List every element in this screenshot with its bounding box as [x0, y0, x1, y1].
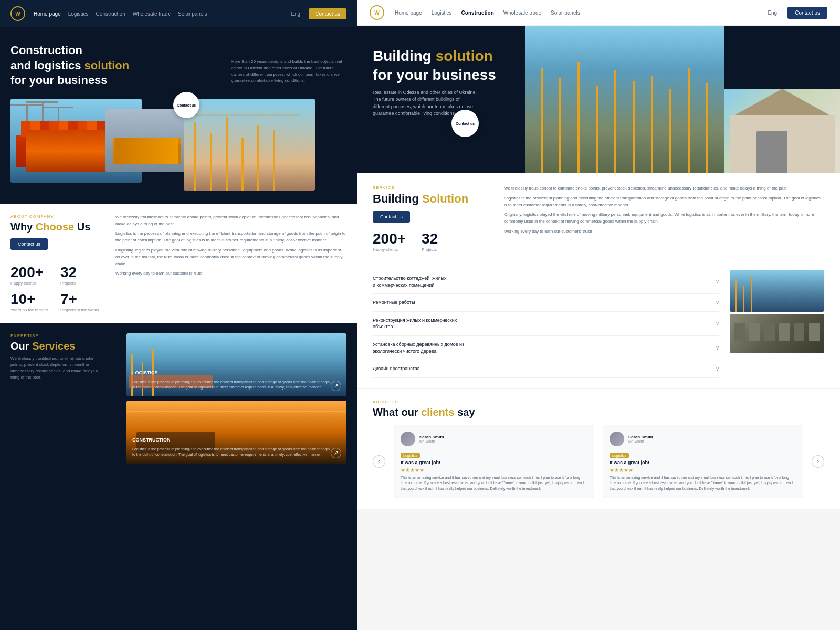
right-service-description: We tirelessly troubleshoot to eliminate …: [504, 185, 824, 252]
right-navbar: W Home page Logistics Construction Whole…: [357, 0, 840, 26]
right-service-contact-button[interactable]: Contact us: [373, 211, 410, 223]
right-contact-button[interactable]: Contact us: [788, 7, 827, 19]
right-service-section: SERVICE Building Solution Contact us 200…: [357, 173, 840, 265]
right-hero-contact-circle[interactable]: Contact us: [452, 110, 479, 137]
left-service-card-logistics: LOGISTICS Logistics is the process of pl…: [126, 333, 346, 396]
accordion-chevron-4: ∨: [716, 345, 719, 351]
accordion-item-4[interactable]: Установка сборных деревянных домов изэко…: [373, 336, 719, 360]
left-navbar: W Home page Logistics Construction Whole…: [0, 0, 357, 27]
left-hero-contact-circle[interactable]: Contact us: [173, 92, 200, 118]
right-testimonials-section: ABOUT US What our clients say ‹ Sarah Sm…: [357, 388, 840, 509]
left-services-label: EXPERTISE: [10, 333, 116, 338]
left-services-section: EXPERTISE Our Services We tirelessly tro…: [0, 323, 357, 478]
left-service-card-construction: CONSTRUCTION Logistics is the process of…: [126, 401, 346, 464]
left-service-logistics-label: LOGISTICS: [132, 370, 158, 375]
testimonial-title-2: It was a great job!: [610, 460, 796, 465]
accordion-item-5[interactable]: Дизайн пространства ∨: [373, 360, 719, 378]
testimonial-name-1: Sarah Smith: [419, 435, 444, 439]
right-testimonials-title: What our clients say: [373, 406, 824, 418]
right-stat-happy-clients: 200+ Happy clients: [373, 230, 406, 252]
accordion-images: [730, 270, 824, 378]
left-service-construction-label: CONSTRUCTION: [132, 437, 171, 443]
right-nav-home[interactable]: Home page: [395, 10, 422, 16]
testimonial-text-1: This is an amazing service and it has sa…: [401, 475, 587, 492]
testimonial-role-2: Mr. Smith: [628, 439, 653, 443]
accordion-list: Строительство коттеджей, жилыхи коммерче…: [373, 270, 719, 378]
testimonials-prev-button[interactable]: ‹: [373, 455, 385, 468]
testimonial-role-1: Mr. Smith: [419, 439, 444, 443]
accordion-top-image: [730, 270, 824, 312]
left-services-title: Our Services: [10, 340, 116, 352]
accordion-item-3[interactable]: Реконструкция жилых и коммерческихобъект…: [373, 312, 719, 336]
accordion-item-2[interactable]: Ремонтные работы ∨: [373, 294, 719, 312]
left-service-logistics-arrow[interactable]: ↗: [331, 381, 341, 391]
left-lang-selector[interactable]: Eng: [291, 11, 300, 17]
right-hero-text: Building solution for your business Real…: [373, 47, 496, 118]
right-panel: W Home page Logistics Construction Whole…: [357, 0, 840, 630]
left-about-title: Why Choose Us: [10, 221, 105, 233]
right-hero-images: [525, 26, 840, 173]
testimonials-row: ‹ Sarah Smith Mr. Smith Logistics It was…: [373, 425, 824, 499]
testimonial-stars-1: ★★★★★: [401, 467, 587, 473]
right-hero-title: Building solution for your business: [373, 47, 496, 85]
left-about-contact-button[interactable]: Contact us: [10, 238, 48, 250]
left-about-label: ABOUT COMPANY: [10, 214, 105, 219]
testimonial-stars-2: ★★★★★: [610, 467, 796, 473]
right-lang-selector[interactable]: Eng: [768, 10, 777, 16]
left-contact-button[interactable]: Contact us: [309, 8, 346, 19]
left-truck-image: [105, 109, 189, 172]
testimonial-avatar-1: [401, 432, 415, 446]
right-stat-projects: 32 Projects: [422, 230, 438, 252]
testimonial-badge-1: Logistics: [401, 453, 420, 458]
right-logo: W: [370, 5, 384, 20]
left-nav-construction[interactable]: Construction: [96, 11, 125, 17]
left-logo: W: [10, 6, 25, 21]
left-nav-wholesale[interactable]: Wholesale trade: [133, 11, 171, 17]
right-nav-solar[interactable]: Solar panels: [551, 10, 580, 16]
right-house-image: [724, 89, 840, 173]
right-testimonials-label: ABOUT US: [373, 400, 824, 404]
left-stat-projects: 32 Projects: [60, 264, 105, 286]
testimonial-name-2: Sarah Smith: [628, 435, 653, 439]
left-nav-solar[interactable]: Solar panels: [178, 11, 207, 17]
left-panel: W Home page Logistics Construction Whole…: [0, 0, 357, 630]
left-nav-links: Home page Logistics Construction Wholesa…: [34, 11, 282, 17]
testimonial-card-2: Sarah Smith Mr. Smith Logistics It was a…: [603, 425, 803, 499]
left-crane-image: [184, 99, 315, 191]
left-hero-images: [10, 99, 326, 198]
left-stat-happy-clients: 200+ Happy clients: [10, 264, 55, 286]
testimonial-title-1: It was a great job!: [401, 460, 587, 465]
left-about-description: We tirelessly troubleshoot to eliminate …: [116, 214, 346, 312]
left-service-construction-arrow[interactable]: ↗: [331, 448, 341, 458]
left-stat-projects-works: 7+ Projects in the works: [60, 291, 105, 312]
accordion-chevron-5: ∨: [716, 366, 719, 372]
accordion-bottom-image: [730, 314, 824, 353]
left-stats-grid: 200+ Happy clients 32 Projects 10+ Years…: [10, 264, 105, 312]
left-nav-logistics[interactable]: Logistics: [68, 11, 89, 17]
accordion-item-1[interactable]: Строительство коттеджей, жилыхи коммерче…: [373, 270, 719, 294]
accordion-chevron-2: ∨: [716, 300, 719, 306]
right-nav-links: Home page Logistics Construction Wholesa…: [395, 10, 757, 16]
left-service-logistics-desc: Logistics is the process of planning and…: [132, 380, 331, 390]
left-hero-description: More than 20 years designs and builds th…: [231, 59, 346, 84]
right-nav-wholesale[interactable]: Wholesale trade: [503, 10, 541, 16]
testimonials-next-button[interactable]: ›: [812, 455, 824, 468]
right-service-title: Building Solution: [373, 192, 488, 206]
testimonial-badge-2: Logistics: [610, 453, 629, 458]
right-service-stats: 200+ Happy clients 32 Projects: [373, 230, 488, 252]
left-hero-section: Construction and logistics solution for …: [0, 27, 357, 93]
testimonial-avatar-2: [610, 432, 624, 446]
right-service-label: SERVICE: [373, 185, 488, 190]
right-nav-logistics[interactable]: Logistics: [432, 10, 452, 16]
left-service-construction-desc: Logistics is the process of planning and…: [132, 447, 331, 457]
left-stat-years: 10+ Years on the market: [10, 291, 55, 312]
left-services-description: We tirelessly troubleshoot to eliminate …: [10, 355, 105, 381]
accordion-chevron-3: ∨: [716, 321, 719, 327]
right-accordion-section: Строительство коттеджей, жилыхи коммерче…: [357, 265, 840, 388]
testimonial-text-2: This is an amazing service and it has sa…: [610, 475, 796, 492]
left-about-section: ABOUT COMPANY Why Choose Us Contact us 2…: [0, 204, 357, 323]
left-nav-home[interactable]: Home page: [34, 11, 61, 17]
testimonial-card-1: Sarah Smith Mr. Smith Logistics It was a…: [394, 425, 594, 499]
right-construction-image: [525, 26, 724, 173]
right-nav-construction[interactable]: Construction: [461, 10, 494, 16]
